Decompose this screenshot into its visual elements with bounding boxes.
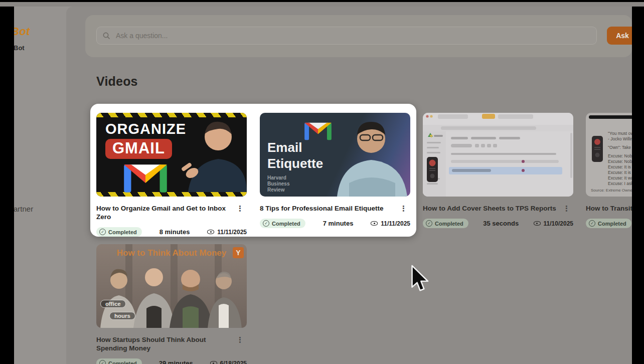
status-badge: ✓ Completed xyxy=(260,219,305,228)
date-label: 11/11/2025 xyxy=(217,229,247,236)
eye-icon xyxy=(534,221,541,226)
brand-watermark: Harvard Business Review xyxy=(267,175,289,193)
thumbnail-headline: Email xyxy=(267,140,302,155)
search-input[interactable] xyxy=(115,31,590,40)
thumbnail-title: How to Think About Money xyxy=(96,248,247,258)
kebab-menu-icon[interactable]: ⋮ xyxy=(560,204,573,213)
status-label: Completed xyxy=(435,221,463,227)
page-title: Videos xyxy=(96,74,138,89)
date-label: 11/11/2025 xyxy=(381,220,410,227)
video-card[interactable]: ORGANIZE GMAIL How to Organize Gmail and… xyxy=(96,113,247,237)
remote-icon xyxy=(592,136,603,162)
date-label: 11/10/2025 xyxy=(544,220,573,227)
video-duration: 35 seconds xyxy=(483,220,519,227)
thumbnail-subheadline: GMAIL xyxy=(112,139,165,157)
eye-icon xyxy=(207,230,214,234)
top-chrome-bar xyxy=(0,2,644,7)
y-combinator-icon: Y xyxy=(233,247,244,258)
video-title: How Startups Should Think About Spending… xyxy=(96,335,233,352)
video-duration: 8 minutes xyxy=(159,228,190,236)
brand-line: Review xyxy=(267,187,289,193)
status-badge: ✓ Completed xyxy=(423,219,468,228)
status-badge: ✓ Completed xyxy=(96,227,142,237)
status-label: Completed xyxy=(272,221,300,227)
video-duration: 7 minutes xyxy=(323,220,354,227)
thumbnail-headline: Etiquette xyxy=(267,156,323,171)
status-label: Completed xyxy=(108,229,137,235)
video-thumbnail-organize-gmail[interactable]: ORGANIZE GMAIL xyxy=(96,113,247,197)
view-date: 6/18/2025 xyxy=(210,360,247,364)
check-icon: ✓ xyxy=(263,220,269,227)
eye-icon xyxy=(371,221,378,226)
check-icon: ✓ xyxy=(589,220,595,227)
date-label: 6/18/2025 xyxy=(220,360,247,364)
thumbnail-red-pill: GMAIL xyxy=(105,139,172,159)
view-date: 11/11/2025 xyxy=(371,220,410,227)
app-logo-subtext: Bot xyxy=(14,44,25,52)
check-icon: ✓ xyxy=(426,220,432,227)
video-card[interactable]: Email Etiquette Harvard Business Review … xyxy=(260,113,410,228)
presenter-photo xyxy=(325,113,410,197)
drive-screenshot-graphic xyxy=(423,113,573,197)
kebab-menu-icon[interactable]: ⋮ xyxy=(233,204,247,213)
video-title: How to Organize Gmail and Get to Inbox Z… xyxy=(96,204,233,221)
status-label: Completed xyxy=(108,360,137,364)
kebab-menu-icon[interactable]: ⋮ xyxy=(233,335,247,344)
hours-bubble: hours xyxy=(109,312,135,320)
brand-line: Business xyxy=(267,181,289,187)
letterbox-right xyxy=(632,7,644,364)
thumbnail-headline: ORGANIZE xyxy=(105,121,186,137)
kebab-menu-icon[interactable]: ⋮ xyxy=(397,204,410,213)
view-date: 11/10/2025 xyxy=(534,220,573,227)
quote-source: Source: Extreme Owners xyxy=(591,188,635,193)
view-date: 11/11/2025 xyxy=(207,229,247,236)
status-label: Completed xyxy=(598,221,626,227)
video-card[interactable]: How to Add Cover Sheets to TPS Reports ⋮… xyxy=(423,113,573,228)
video-thumbnail-tps-reports[interactable] xyxy=(423,113,573,197)
status-badge: ✓ Completed xyxy=(586,219,631,228)
video-thumbnail-think-about-money[interactable]: How to Think About Money Y office hours xyxy=(96,244,247,328)
video-title: How to Transiti xyxy=(586,204,634,213)
sidebar-nav-item[interactable]: artner xyxy=(14,205,33,213)
presenter-photo xyxy=(179,117,247,192)
video-card[interactable]: How to Think About Money Y office hours … xyxy=(96,244,247,364)
letterbox-left xyxy=(0,7,14,364)
office-bubble: office xyxy=(100,300,126,308)
video-title: How to Add Cover Sheets to TPS Reports xyxy=(423,204,556,213)
status-badge: ✓ Completed xyxy=(96,358,142,364)
caution-stripe xyxy=(96,192,247,197)
brand-line: Harvard xyxy=(267,175,289,181)
check-icon: ✓ xyxy=(99,229,106,235)
video-duration: 29 minutes xyxy=(159,359,193,364)
eye-icon xyxy=(210,361,217,364)
check-icon: ✓ xyxy=(99,360,106,364)
gmail-logo-icon xyxy=(122,162,169,195)
video-title: 8 Tips for Professional Email Etiquette xyxy=(260,204,384,213)
video-thumbnail-email-etiquette[interactable]: Email Etiquette Harvard Business Review xyxy=(260,113,410,197)
search-box[interactable] xyxy=(96,27,597,45)
search-icon xyxy=(103,32,110,39)
